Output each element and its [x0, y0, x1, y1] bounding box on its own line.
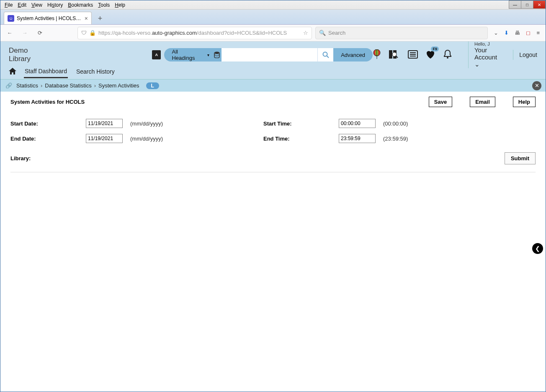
start-time-label: Start Time:: [263, 120, 339, 127]
end-date-input[interactable]: [86, 134, 123, 143]
menu-help[interactable]: Help: [112, 1, 128, 9]
content-area: System Activities for HCOLS Save Email H…: [0, 92, 546, 177]
svg-point-2: [323, 52, 327, 56]
favorites-badge: F9: [431, 46, 439, 51]
library-name: Demo Library: [9, 46, 43, 63]
side-panel-toggle[interactable]: ❮: [532, 243, 543, 254]
browser-tab-active[interactable]: ☺ System Activities | HCOLS | hco ×: [4, 12, 92, 24]
shield-icon: 🛡: [81, 30, 87, 36]
window-close-button[interactable]: ✕: [533, 0, 546, 9]
divider: [10, 172, 536, 172]
end-time-input[interactable]: [339, 134, 376, 143]
headings-label: All Headings: [172, 49, 201, 61]
nav-reload-button[interactable]: ⟳: [34, 27, 46, 39]
end-date-hint: (mm/dd/yyyy): [128, 136, 163, 142]
save-button[interactable]: Save: [429, 97, 452, 107]
app-header: Demo Library A All Headings Advanced: [0, 41, 546, 79]
start-date-input[interactable]: [86, 119, 123, 128]
your-account-label: Your Account ⌄: [474, 46, 497, 68]
breadcrumb-pill: L: [146, 82, 159, 89]
menu-bookmarks[interactable]: Bookmarks: [65, 1, 95, 9]
print-icon[interactable]: 🖶: [515, 30, 520, 36]
new-tab-button[interactable]: +: [94, 13, 106, 24]
logout-link[interactable]: Logout: [513, 50, 537, 60]
tab-title: System Activities | HCOLS | hco: [17, 15, 82, 21]
balloon-icon[interactable]: [373, 49, 381, 61]
help-button[interactable]: Help: [513, 97, 536, 107]
headings-dropdown[interactable]: All Headings: [164, 48, 214, 61]
menu-tools[interactable]: Tools: [95, 1, 112, 9]
catalog-search-button[interactable]: [317, 48, 333, 61]
downloads-icon[interactable]: ⬇: [504, 30, 509, 36]
svg-point-16: [447, 57, 448, 59]
favorites-icon[interactable]: F9: [425, 50, 435, 60]
extension-icon[interactable]: ◻: [526, 30, 531, 36]
bookmark-star-icon[interactable]: ☆: [303, 30, 308, 36]
breadcrumb-database-statistics[interactable]: Database Statistics: [43, 82, 93, 89]
menu-history[interactable]: History: [45, 1, 65, 9]
browser-tabbar: ☺ System Activities | HCOLS | hco × +: [0, 10, 546, 25]
header-right-icons: F9 Hello, J Your Account ⌄ Logout: [373, 41, 537, 68]
form-right-column: Start Time: (00:00:00) End Time: (23:59:…: [263, 119, 408, 143]
breadcrumb-close-icon[interactable]: ✕: [532, 81, 541, 90]
browser-urlbar: ← → ⟳ 🛡 🔒 https://qa-hcols-verso.auto-gr…: [0, 25, 546, 41]
nav-search-history[interactable]: Search History: [75, 66, 116, 77]
window-maximize-button[interactable]: □: [521, 0, 533, 9]
svg-point-0: [214, 52, 219, 54]
pocket-icon[interactable]: ⌄: [494, 30, 498, 36]
menu-edit[interactable]: Edit: [15, 1, 29, 9]
hamburger-menu-icon[interactable]: ≡: [536, 30, 540, 36]
lock-icon: 🔒: [89, 30, 96, 36]
url-text: https://qa-hcols-verso.auto-graphics.com…: [98, 30, 287, 36]
catalog-search-input[interactable]: [221, 48, 317, 61]
browser-toolbar-icons: ⌄ ⬇ 🖶 ◻ ≡: [491, 30, 542, 36]
advanced-label: Advanced: [341, 52, 365, 58]
svg-rect-8: [389, 50, 392, 59]
url-field[interactable]: 🛡 🔒 https://qa-hcols-verso.auto-graphics…: [77, 27, 312, 39]
start-time-hint: (00:00:00): [381, 120, 408, 127]
nav-forward-button[interactable]: →: [19, 27, 31, 39]
window-minimize-button[interactable]: —: [509, 0, 521, 9]
advanced-search-button[interactable]: Advanced: [333, 48, 373, 61]
hello-text: Hello, J: [474, 41, 497, 46]
svg-line-3: [327, 56, 329, 58]
submit-button[interactable]: Submit: [505, 152, 536, 164]
email-button[interactable]: Email: [470, 97, 495, 107]
nav-staff-dashboard[interactable]: Staff Dashboard: [24, 65, 68, 78]
language-icon[interactable]: A: [152, 50, 161, 59]
start-time-input[interactable]: [339, 119, 376, 128]
menu-view[interactable]: View: [29, 1, 45, 9]
menu-file[interactable]: File: [2, 1, 15, 9]
svg-point-6: [376, 49, 377, 56]
breadcrumb-bar: 🔗 Statistics › Database Statistics › Sys…: [0, 79, 546, 92]
bell-icon[interactable]: [443, 49, 452, 61]
tab-close-icon[interactable]: ×: [85, 15, 88, 22]
breadcrumb-statistics[interactable]: Statistics: [15, 82, 40, 89]
page-title: System Activities for HCOLS: [10, 99, 85, 105]
start-date-hint: (mm/dd/yyyy): [128, 120, 163, 127]
catalog-icon[interactable]: [389, 49, 400, 61]
browser-menubar: File Edit View History Bookmarks Tools H…: [0, 0, 546, 10]
search-icon: 🔍: [319, 30, 326, 36]
account-block[interactable]: Hello, J Your Account ⌄: [468, 41, 497, 68]
breadcrumb-system-activities[interactable]: System Activities: [97, 82, 141, 89]
link-icon: 🔗: [5, 82, 12, 89]
home-icon[interactable]: [9, 68, 16, 76]
end-time-label: End Time:: [263, 136, 339, 142]
end-time-hint: (23:59:59): [381, 136, 408, 142]
svg-point-1: [214, 54, 219, 56]
library-label: Library:: [10, 155, 31, 161]
browser-search-box[interactable]: 🔍 Search: [315, 27, 488, 39]
start-date-label: Start Date:: [10, 120, 86, 127]
tab-favicon: ☺: [8, 15, 14, 22]
search-cluster: A All Headings Advanced: [152, 48, 373, 61]
browser-search-placeholder: Search: [328, 30, 345, 36]
window-controls: — □ ✕: [509, 0, 546, 10]
list-icon[interactable]: [408, 50, 418, 60]
end-date-label: End Date:: [10, 136, 86, 142]
form-left-column: Start Date: (mm/dd/yyyy) End Date: (mm/d…: [10, 119, 163, 143]
nav-back-button[interactable]: ←: [4, 27, 15, 39]
